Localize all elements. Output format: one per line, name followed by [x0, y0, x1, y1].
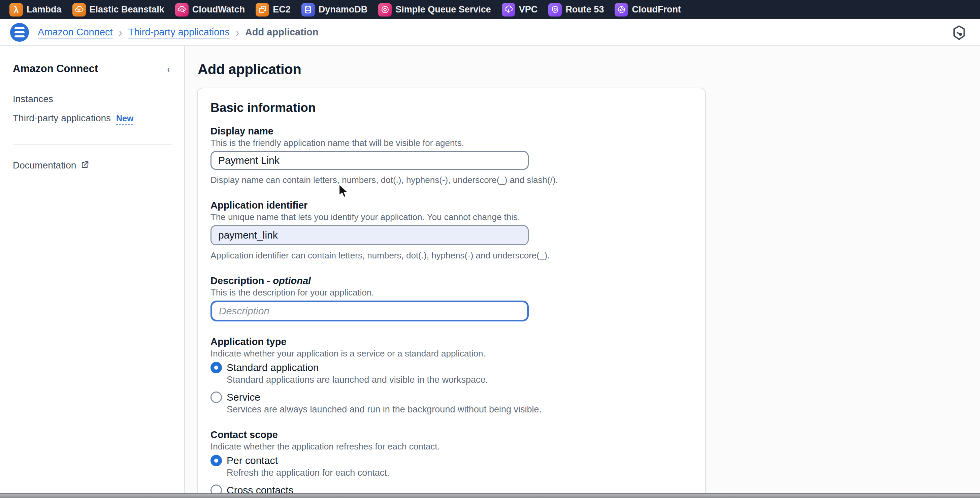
contact-scope-label: Contact scope: [210, 429, 692, 441]
chevron-right-icon: ›: [119, 25, 122, 40]
contact-scope-field-group: Contact scope Indicate whether the appli…: [210, 429, 692, 498]
display-name-field-group: Display name This is the friendly applic…: [210, 125, 692, 185]
description-input[interactable]: [210, 300, 529, 321]
radio-standard-application-description: Standard applications are launched and v…: [227, 375, 692, 385]
application-identifier-help: The unique name that lets you identify y…: [210, 212, 692, 222]
breadcrumb-bar: Amazon Connect › Third-party application…: [0, 19, 980, 46]
basic-information-card: Basic information Display name This is t…: [197, 88, 706, 498]
chevron-right-icon: ›: [236, 25, 239, 40]
display-name-input[interactable]: [210, 151, 529, 170]
bookmark-vpc[interactable]: VPC: [502, 3, 538, 16]
sidebar-documentation-link[interactable]: Documentation: [13, 160, 184, 171]
application-identifier-field-group: Application identifier The unique name t…: [210, 200, 692, 260]
radio-per-contact-description: Refresh the application for each contact…: [227, 468, 692, 478]
cloudwatch-icon: [175, 3, 189, 16]
radio-selected-icon: [210, 362, 222, 374]
breadcrumb-current: Add application: [245, 27, 318, 38]
contact-scope-help: Indicate whether the application refresh…: [210, 441, 692, 452]
route53-icon: [548, 3, 562, 16]
display-name-help: This is the friendly application name th…: [210, 138, 692, 148]
bookmark-cloudfront[interactable]: CloudFront: [615, 3, 681, 16]
application-identifier-label: Application identifier: [210, 200, 692, 211]
bookmark-cloudwatch[interactable]: CloudWatch: [175, 3, 245, 16]
bookmark-ec2[interactable]: EC2: [256, 3, 291, 16]
display-name-constraint: Display name can contain letters, number…: [210, 175, 692, 185]
new-badge[interactable]: New: [116, 113, 134, 125]
sidebar-item-third-party-applications[interactable]: Third-party applicationsNew: [13, 113, 184, 124]
external-link-icon: [80, 160, 89, 171]
dynamodb-icon: [301, 3, 315, 16]
sidebar-title: Amazon Connect: [13, 63, 98, 75]
main-content: Add application Basic information Displa…: [185, 46, 980, 498]
breadcrumb-link-third-party-applications[interactable]: Third-party applications: [128, 27, 229, 38]
description-label: Description - optional: [210, 275, 692, 287]
application-type-label: Application type: [210, 336, 692, 348]
lambda-icon: λ: [10, 3, 23, 16]
hamburger-menu-button[interactable]: [10, 23, 29, 42]
application-type-field-group: Application type Indicate whether your a…: [210, 336, 692, 415]
cloudfront-icon: [615, 3, 628, 16]
radio-per-contact[interactable]: Per contact: [210, 455, 692, 466]
vpc-icon: [502, 3, 515, 16]
display-name-label: Display name: [210, 125, 692, 137]
sidebar-item-instances[interactable]: Instances: [13, 94, 184, 104]
bookmark-sqs[interactable]: Simple Queue Service: [378, 3, 491, 16]
cloudshell-icon[interactable]: [952, 25, 966, 42]
application-identifier-input[interactable]: [210, 225, 529, 245]
elastic-beanstalk-icon: [72, 3, 86, 16]
bookmark-lambda[interactable]: λ Lambda: [10, 3, 62, 16]
application-type-help: Indicate whether your application is a s…: [210, 348, 692, 359]
breadcrumb: Amazon Connect › Third-party application…: [38, 27, 318, 38]
page-title: Add application: [198, 61, 980, 78]
sidebar-collapse-button[interactable]: ‹: [167, 63, 170, 75]
side-navigation: Amazon Connect ‹ Instances Third-party a…: [0, 46, 185, 498]
bookmark-route53[interactable]: Route 53: [548, 3, 604, 16]
sidebar-divider: [13, 144, 172, 145]
radio-unselected-icon: [210, 391, 222, 403]
radio-standard-application[interactable]: Standard application: [210, 362, 692, 374]
radio-selected-icon: [210, 455, 222, 466]
ec2-icon: [256, 3, 269, 16]
browser-bookmarks-bar: λ Lambda Elastic Beanstalk CloudWatch EC…: [0, 0, 980, 19]
application-identifier-constraint: Application identifier can contain lette…: [210, 251, 692, 260]
radio-service-description: Services are always launched and run in …: [227, 404, 692, 415]
bookmark-dynamodb[interactable]: DynamoDB: [301, 3, 368, 16]
bottom-dock-edge: [0, 493, 980, 498]
optional-suffix: - optional: [267, 275, 311, 286]
breadcrumb-link-amazon-connect[interactable]: Amazon Connect: [38, 27, 113, 38]
description-field-group: Description - optional This is the descr…: [210, 275, 692, 321]
radio-service[interactable]: Service: [210, 391, 692, 403]
section-title: Basic information: [210, 101, 692, 115]
simple-queue-service-icon: [378, 3, 392, 16]
description-help: This is the description for your applica…: [210, 287, 692, 297]
bookmark-elastic-beanstalk[interactable]: Elastic Beanstalk: [72, 3, 164, 16]
